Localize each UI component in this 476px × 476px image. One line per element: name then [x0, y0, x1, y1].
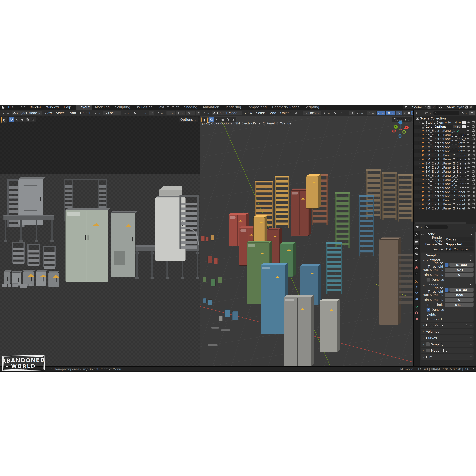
- disable-in-renders-toggle[interactable]: [472, 174, 475, 178]
- outliner-row[interactable]: SM_ElectricPanel_2_Element_9: [414, 186, 476, 190]
- viewport-right[interactable]: ⌄Object Mode⌄ViewSelectAddObject⌄Local⌄⌄…: [200, 110, 414, 366]
- disable-in-renders-toggle[interactable]: [472, 129, 475, 133]
- disable-in-renders-toggle[interactable]: [472, 194, 475, 198]
- properties-scrollbar[interactable]: [475, 232, 476, 284]
- feature-set-dropdown[interactable]: Supported⌄: [445, 242, 474, 246]
- outliner-row[interactable]: SM_ElectricPanel_2_Element_8: [414, 182, 476, 186]
- disable-in-renders-toggle[interactable]: [472, 149, 475, 153]
- viewlayer-selector[interactable]: ⌄ ViewLayer ✕: [438, 105, 474, 109]
- disable-in-renders-toggle[interactable]: [472, 206, 475, 210]
- workspace-tab-texture-paint[interactable]: Texture Paint: [155, 105, 182, 110]
- shading-solid-button[interactable]: [407, 111, 411, 115]
- properties-tab-tool[interactable]: [414, 232, 419, 237]
- hide-in-viewport-toggle[interactable]: [467, 166, 470, 170]
- select-mode-5[interactable]: [31, 117, 36, 122]
- outliner-row[interactable]: Color Options80✓: [414, 125, 476, 129]
- hide-in-viewport-toggle[interactable]: [467, 194, 470, 198]
- properties-tab-scene[interactable]: [414, 257, 419, 263]
- select-box-mode[interactable]: [209, 117, 214, 122]
- topbar-menu-file[interactable]: File: [6, 105, 16, 110]
- outliner-hscrollbar[interactable]: [414, 222, 466, 223]
- scene-selector[interactable]: ⌄ Scene ✕: [403, 105, 436, 109]
- navigation-gizmo[interactable]: Z Y X: [390, 118, 410, 139]
- disable-in-renders-toggle[interactable]: [472, 186, 475, 190]
- hide-in-viewport-toggle[interactable]: [467, 129, 470, 133]
- select-mode-3[interactable]: [19, 117, 25, 122]
- topbar-menu-window[interactable]: Window: [44, 105, 61, 110]
- disable-in-renders-toggle[interactable]: [472, 190, 475, 194]
- device-dropdown[interactable]: GPU Compute⌄: [445, 247, 474, 251]
- outliner-row[interactable]: SM_ElectricPanel_2_Element_1: [414, 153, 476, 157]
- viewport-menu-add[interactable]: Add: [68, 111, 77, 115]
- mode-dropdown[interactable]: Object Mode⌄: [12, 111, 42, 115]
- outliner-row[interactable]: SM_ElectricPanel_1_only_box: [414, 137, 476, 141]
- workspace-tab-geometry-nodes[interactable]: Geometry Nodes: [270, 105, 302, 110]
- disable-in-renders-toggle[interactable]: [472, 125, 475, 129]
- editor-type-button[interactable]: ⌄: [202, 111, 211, 115]
- outliner-row[interactable]: SM_ElectricPanel_2_Panel_4: [414, 202, 476, 206]
- disable-in-renders-toggle[interactable]: [472, 137, 475, 141]
- properties-tab-object[interactable]: [414, 279, 419, 284]
- film-panel-header[interactable]: ⌄Film: [421, 354, 474, 359]
- select-mode-4[interactable]: [25, 117, 31, 122]
- disable-in-renders-toggle[interactable]: [472, 170, 475, 174]
- remove-viewlayer-icon[interactable]: ✕: [470, 105, 472, 109]
- properties-tab-material[interactable]: [414, 310, 419, 316]
- disable-in-renders-toggle[interactable]: [472, 153, 475, 157]
- hide-in-viewport-toggle[interactable]: [467, 157, 470, 161]
- outliner-row[interactable]: SM_ElectricPanel_2_Panel_1: [414, 190, 476, 194]
- disable-in-renders-toggle[interactable]: [472, 141, 475, 145]
- hide-in-viewport-toggle[interactable]: [467, 203, 470, 206]
- hide-in-viewport-toggle[interactable]: [467, 190, 470, 194]
- display-mode-dropdown[interactable]: ⌄: [415, 111, 423, 115]
- properties-tab-view-layer[interactable]: [414, 251, 419, 257]
- outliner-search-input[interactable]: [433, 111, 459, 115]
- hide-in-viewport-toggle[interactable]: [467, 125, 470, 129]
- viewport-menu-view[interactable]: View: [243, 111, 254, 115]
- disable-in-renders-toggle[interactable]: [472, 145, 475, 149]
- outliner-row[interactable]: SM_ElectricPanel_1_Platform_f: [414, 141, 476, 145]
- blender-logo-icon[interactable]: [0, 105, 6, 110]
- scene-name[interactable]: Scene: [412, 105, 422, 109]
- outliner-row[interactable]: SM_ElectricPanel_2_Panel_2: [414, 194, 476, 198]
- outliner-row[interactable]: SM_ElectricPanel_1_Platform_v: [414, 149, 476, 153]
- pin-icon[interactable]: [423, 106, 426, 109]
- hide-in-viewport-toggle[interactable]: [467, 170, 470, 174]
- hide-in-viewport-toggle[interactable]: [467, 198, 470, 202]
- disable-in-renders-toggle[interactable]: [472, 182, 475, 186]
- hide-in-viewport-toggle[interactable]: [467, 174, 470, 178]
- hide-in-viewport-toggle[interactable]: [467, 178, 470, 182]
- collection-checkbox[interactable]: ✓: [462, 121, 466, 124]
- topbar-menu-render[interactable]: Render: [27, 105, 44, 110]
- hide-in-viewport-toggle[interactable]: [467, 137, 470, 141]
- shading-material-preview-button[interactable]: [411, 111, 413, 115]
- viewport-left[interactable]: ⌄Object Mode⌄ViewSelectAddObject⌄Local⌄⌄…: [0, 110, 200, 366]
- hide-in-viewport-toggle[interactable]: [467, 141, 470, 145]
- motion-blur-checkbox[interactable]: [426, 349, 430, 352]
- lights-subpanel-header[interactable]: ›Lights: [421, 312, 474, 317]
- proportional-editing-toggle[interactable]: [149, 111, 154, 115]
- viewport-right-canvas[interactable]: User Perspective (232) Color Options | S…: [200, 116, 413, 366]
- light-paths-panel-header[interactable]: ›Light Paths: [421, 323, 474, 328]
- render-min-samples-value[interactable]: 0: [445, 298, 474, 302]
- workspace-tab-shading[interactable]: Shading: [182, 105, 200, 110]
- viewport-denoise-row[interactable]: ›Denoise: [421, 277, 474, 282]
- show-overlays-toggle[interactable]: ⌄: [376, 111, 386, 115]
- hide-in-viewport-toggle[interactable]: [467, 206, 470, 210]
- disable-in-renders-toggle[interactable]: [472, 198, 475, 202]
- disable-in-renders-toggle[interactable]: [472, 133, 475, 137]
- properties-editor-type-icon[interactable]: ⌄: [415, 225, 423, 229]
- render-denoise-row[interactable]: ›✓Denoise: [421, 307, 474, 312]
- viewlayer-datablock-icon[interactable]: ⌄: [439, 105, 446, 109]
- properties-search-input[interactable]: [425, 225, 448, 229]
- add-workspace-button[interactable]: +: [322, 106, 329, 110]
- select-box-mode[interactable]: [9, 117, 14, 122]
- disable-in-renders-toggle[interactable]: [472, 162, 475, 166]
- snap-toggle[interactable]: [132, 111, 138, 115]
- viewlayer-name[interactable]: ViewLayer: [447, 105, 464, 109]
- select-mode-2[interactable]: [214, 117, 220, 122]
- outliner-row[interactable]: SM_ElectricPanel_2_Element_7: [414, 178, 476, 182]
- render-engine-dropdown[interactable]: Cycles⌄: [445, 237, 474, 241]
- hide-in-viewport-toggle[interactable]: [467, 182, 470, 186]
- new-collection-button[interactable]: [469, 111, 475, 115]
